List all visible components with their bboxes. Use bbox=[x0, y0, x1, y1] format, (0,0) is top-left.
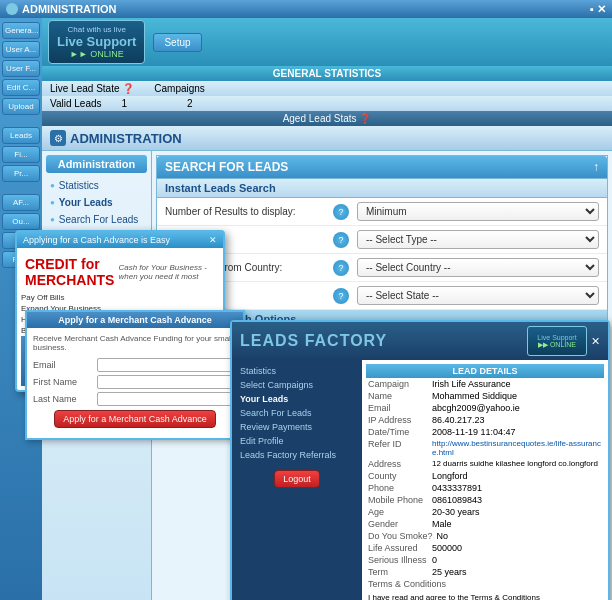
sidebar-item-leads[interactable]: Leads bbox=[2, 127, 40, 144]
lead-type-select[interactable]: -- Select Type -- bbox=[357, 230, 599, 249]
chat-label: Chat with us live bbox=[68, 25, 126, 34]
help-icon-2: ? bbox=[333, 232, 349, 248]
sidebar-item-af[interactable]: AF... bbox=[2, 194, 40, 211]
sidebar-item-re[interactable]: Re... bbox=[2, 251, 40, 268]
search-content: SEARCH FOR LEADS ↑ Instant Leads Search … bbox=[152, 151, 612, 600]
help-icon-1: ? bbox=[333, 204, 349, 220]
sidebar-item-user-f[interactable]: User F... bbox=[2, 60, 40, 77]
sidebar-item-li[interactable]: Li... bbox=[2, 232, 40, 249]
form-row-word: Specific word in: ? Select bbox=[157, 329, 607, 357]
aged-stats-bar: Aged Lead Stats ❓ bbox=[42, 111, 612, 126]
nav-item-edit-profile[interactable]: ● Edit Profile bbox=[46, 228, 147, 245]
valid-leads-label: Valid Leads bbox=[50, 98, 102, 109]
nav-label-your-leads: Your Leads bbox=[59, 197, 113, 208]
help-icon-3: ? bbox=[333, 260, 349, 276]
sidebar-item-edit-c[interactable]: Edit C... bbox=[2, 79, 40, 96]
nav-item-search-leads[interactable]: ● Search For Leads bbox=[46, 211, 147, 228]
bullet-icon: ● bbox=[50, 232, 55, 241]
sidebar-item-pr[interactable]: Pr... bbox=[2, 165, 40, 182]
sidebar-item-ou[interactable]: Ou... bbox=[2, 213, 40, 230]
left-nav: Administration ● Statistics ● Your Leads… bbox=[42, 151, 152, 600]
additional-header: Aditional Search Options bbox=[157, 310, 607, 329]
form-row-input-1: ? bbox=[157, 357, 607, 383]
admin-title: ADMINISTRATION bbox=[70, 131, 182, 146]
sidebar-item-fi[interactable]: Fi... bbox=[2, 146, 40, 163]
nav-header: Administration bbox=[46, 155, 147, 173]
word-label: Specific word in: bbox=[165, 337, 325, 348]
country-select[interactable]: -- Select Country -- bbox=[357, 258, 599, 277]
campaigns-label: Campaigns bbox=[154, 83, 205, 94]
state-select[interactable]: -- Select State -- bbox=[357, 286, 599, 305]
stats-row: Live Lead State ❓ Campaigns bbox=[42, 81, 612, 96]
setup-button[interactable]: Setup bbox=[153, 33, 201, 52]
live-support-banner: Chat with us live Live Support ►► ONLINE… bbox=[42, 18, 612, 66]
search-input-1[interactable] bbox=[357, 361, 599, 378]
bullet-icon: ● bbox=[50, 181, 55, 190]
results-select[interactable]: Minimum 10 25 50 bbox=[357, 202, 599, 221]
admin-header: ⚙ ADMINISTRATION bbox=[42, 126, 612, 151]
word-select[interactable]: Select bbox=[357, 333, 599, 352]
form-row-state: From State: ? -- Select State -- bbox=[157, 282, 607, 310]
nav-label-edit-profile: Edit Profile bbox=[59, 231, 107, 242]
live-support-title: Live Support bbox=[57, 34, 136, 49]
valid-leads-value: 1 bbox=[122, 98, 128, 109]
title-bar-controls: ▪ ✕ bbox=[590, 3, 606, 16]
form-row-input-2: ? bbox=[157, 383, 607, 409]
results-label: Number of Results to display: bbox=[165, 206, 325, 217]
form-row-results: Number of Results to display: ? Minimum … bbox=[157, 198, 607, 226]
app-title: ADMINISTRATION bbox=[22, 3, 117, 15]
stats-header: GENERAL STATISTICS bbox=[42, 66, 612, 81]
campaigns-value: 2 bbox=[187, 98, 193, 109]
nav-label-statistics: Statistics bbox=[59, 180, 99, 191]
live-lead-state-label: Live Lead State ❓ bbox=[50, 83, 134, 94]
bullet-icon: ● bbox=[50, 198, 55, 207]
form-row-country: Only Leads From Country: ? -- Select Cou… bbox=[157, 254, 607, 282]
country-label: Only Leads From Country: bbox=[165, 262, 325, 273]
title-bar: ADMINISTRATION ▪ ✕ bbox=[0, 0, 612, 18]
logout-button[interactable]: Logout bbox=[52, 253, 142, 282]
live-support-online: ►► ONLINE bbox=[70, 49, 124, 59]
sidebar-item-user-a[interactable]: User A... bbox=[2, 41, 40, 58]
lead-type-label: Lead Type: bbox=[165, 234, 325, 245]
nav-label-search-leads: Search For Leads bbox=[59, 214, 139, 225]
live-support-box: Chat with us live Live Support ►► ONLINE bbox=[48, 20, 145, 64]
sidebar-item-general[interactable]: Genera... bbox=[2, 22, 40, 39]
sidebar: Genera... User A... User F... Edit C... … bbox=[0, 18, 42, 600]
stats-values-row: Valid Leads 1 2 bbox=[42, 96, 612, 111]
form-row-lead-type: Lead Type: ? -- Select Type -- bbox=[157, 226, 607, 254]
app-icon bbox=[6, 3, 18, 15]
nav-item-your-leads[interactable]: ● Your Leads bbox=[46, 194, 147, 211]
state-label: From State: bbox=[165, 290, 325, 301]
search-header: SEARCH FOR LEADS ↑ bbox=[157, 156, 607, 178]
search-input-2[interactable] bbox=[357, 387, 599, 404]
admin-icon: ⚙ bbox=[50, 130, 66, 146]
help-icon-4: ? bbox=[333, 288, 349, 304]
instant-search-title: Instant Leads Search bbox=[157, 178, 607, 198]
nav-item-statistics[interactable]: ● Statistics bbox=[46, 177, 147, 194]
help-icon-6: ? bbox=[333, 362, 349, 378]
help-icon-5: ? bbox=[333, 335, 349, 351]
help-icon-7: ? bbox=[333, 388, 349, 404]
sidebar-item-upload[interactable]: Upload bbox=[2, 98, 40, 115]
bullet-icon: ● bbox=[50, 215, 55, 224]
